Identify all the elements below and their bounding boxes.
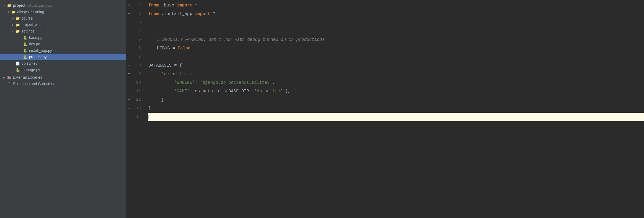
space (192, 3, 195, 8)
code-line-13: } (148, 104, 644, 113)
tree-item-external-libraries[interactable]: ▶ 📚 External Libraries (0, 74, 126, 81)
colon-11: : (190, 89, 192, 93)
line-num-1: 1 (132, 1, 143, 10)
tree-item-always-learning[interactable]: ▼ 📁 always_learning (0, 9, 126, 15)
kw-import-1: import (177, 3, 192, 8)
gutter-13: ▼ (126, 104, 132, 113)
line-num-9: 9 (132, 70, 143, 78)
code-line-7 (148, 53, 644, 61)
code-line-8: DATABASES = { (148, 61, 644, 70)
tree-arrow-project: ▼ (2, 4, 6, 7)
line-num-6: 6 (132, 44, 143, 53)
code-line-6: DEBUG = False (148, 44, 644, 53)
gutter-8: ▼ (126, 61, 132, 70)
file-icon-base-py: 🐍 (23, 36, 28, 40)
gutter-9: ▼ (126, 70, 132, 78)
code-line-5: # SECURITY WARNING: don't run with debug… (148, 35, 644, 44)
label-manage-py: manage.py (22, 68, 126, 72)
gutter-11 (126, 87, 132, 96)
colon-9: : (184, 72, 187, 76)
label-external-libraries: External Libraries (13, 75, 126, 79)
tree-arrow-always-learning: ▼ (6, 10, 11, 13)
code-line-11: 'NAME' : os.path.join(BASE_DIR, 'db.sqli… (148, 87, 644, 96)
line-num-2: 2 (132, 10, 143, 18)
label-db-sqlite3: db.sqlite3 (22, 61, 126, 66)
space (197, 81, 200, 85)
file-icon-product-py: 🐍 (23, 55, 28, 59)
tree-item-base-py[interactable]: 🐍 base.py (0, 34, 126, 41)
tree-item-project[interactable]: ▼ 📁 project ~/Desktop/project (0, 2, 126, 9)
space (159, 3, 161, 8)
project-label: project ~/Desktop/project (13, 3, 126, 8)
file-icon-manage-py: 🐍 (15, 68, 20, 72)
gutter-2: ▼ (126, 10, 132, 18)
kw-from-2: from (148, 12, 159, 16)
text-cursor (148, 115, 149, 119)
label-scratches-consoles: Scratches and Consoles (13, 82, 126, 86)
close-paren-11: ), (285, 89, 290, 93)
tree-item-install-app-py[interactable]: 🐍 install_app.py (0, 47, 126, 54)
tree-item-scratches-consoles[interactable]: 🗒 Scratches and Consoles (0, 81, 126, 87)
line-numbers: 1 2 3 4 5 6 7 8 9 10 11 12 13 14 (132, 0, 145, 218)
colon-10: : (195, 81, 198, 85)
label-dev-py: dev.py (29, 42, 126, 46)
label-project-wsgi: project_wsgi (22, 23, 126, 27)
folder-icon-scratches: 🗒 (6, 82, 12, 86)
tree-item-dev-py[interactable]: 🐍 dev.py (0, 41, 126, 47)
module-install-app: .install_app (161, 12, 192, 16)
fold-arrow-1: ▼ (128, 4, 130, 7)
tree-item-manage-py[interactable]: 🐍 manage.py (0, 67, 126, 73)
folder-icon-course: 📁 (15, 16, 20, 20)
folder-icon-project: 📁 (6, 3, 12, 8)
file-tree[interactable]: ▼ 📁 project ~/Desktop/project ▼ 📁 always… (0, 0, 126, 218)
tree-item-course[interactable]: ▶ 📁 course (0, 15, 126, 21)
space (252, 89, 254, 93)
gutter-3 (126, 18, 132, 27)
line-num-12: 12 (132, 96, 143, 104)
gutter-1: ▼ (126, 1, 132, 10)
tree-arrow-course: ▶ (11, 17, 15, 20)
code-editor[interactable]: ▼ ▼ ▼ ▼ ▼ ▼ 1 2 3 4 5 6 7 8 9 10 (126, 0, 644, 218)
line-num-10: 10 (132, 78, 143, 87)
tree-item-project-wsgi[interactable]: ▶ 📁 project_wsgi (0, 21, 126, 28)
code-line-10: 'ENGINE' : 'django.db.backends.sqlite3' … (148, 78, 644, 87)
file-icon-db-sqlite3: 📄 (15, 61, 20, 66)
file-icon-dev-py: 🐍 (23, 42, 28, 46)
space: = (171, 63, 179, 68)
code-area[interactable]: from .base import * from .install_app im… (145, 0, 644, 218)
line-num-7: 7 (132, 53, 143, 61)
kw-import-2: import (195, 12, 210, 16)
var-databases: DATABASES (148, 63, 171, 68)
fold-arrow-2: ▼ (128, 12, 130, 16)
fold-arrow-13: ▼ (128, 107, 130, 110)
tree-item-db-sqlite3[interactable]: 📄 db.sqlite3 (0, 60, 126, 67)
space: = (170, 46, 178, 50)
folder-icon-settings: 📁 (15, 29, 20, 33)
folder-icon-always-learning: 📁 (11, 10, 16, 14)
label-settings: settings (22, 29, 126, 33)
line-num-8: 8 (132, 61, 143, 70)
code-line-3 (148, 18, 644, 27)
label-install-app-py: install_app.py (29, 48, 126, 53)
star-2: * (213, 12, 216, 16)
kw-from-1: from (148, 3, 159, 8)
label-always-learning: always_learning (17, 10, 126, 14)
fold-arrow-8: ▼ (128, 64, 130, 67)
code-line-4 (148, 27, 644, 35)
line-num-5: 5 (132, 35, 143, 44)
code-line-2: from .install_app import * (148, 10, 644, 18)
comma-10: , (272, 81, 275, 85)
gutter: ▼ ▼ ▼ ▼ ▼ ▼ (126, 0, 132, 218)
line-num-14: 14 (132, 113, 143, 121)
str-name-key: 'NAME' (174, 89, 190, 93)
code-line-12: } (148, 96, 644, 104)
tree-item-settings[interactable]: ▼ 📁 settings (0, 28, 126, 34)
gutter-6 (126, 44, 132, 53)
gutter-10 (126, 78, 132, 87)
code-line-9: 'default' : { (148, 70, 644, 78)
brace-close-13: } (148, 106, 151, 111)
tree-item-product-py[interactable]: 🐍 product.py (0, 54, 126, 60)
folder-icon-external-libs: 📚 (6, 75, 12, 79)
label-base-py: base.py (29, 35, 126, 40)
gutter-12: ▼ (126, 96, 132, 104)
